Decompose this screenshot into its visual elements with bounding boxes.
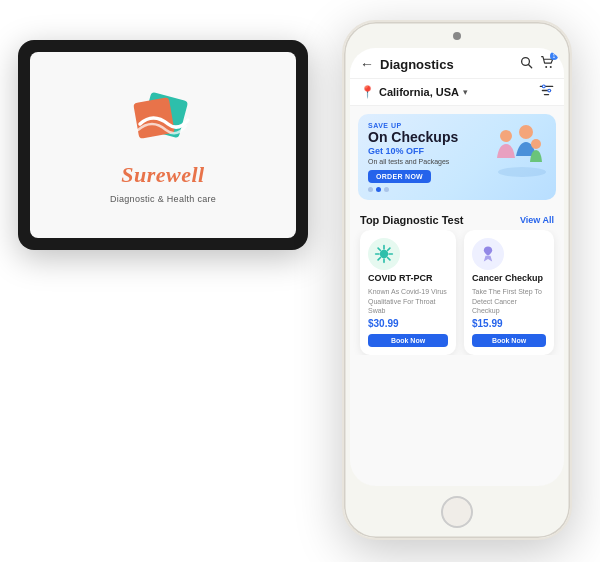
- banner-family-image: [484, 118, 552, 182]
- filter-icon[interactable]: [539, 84, 554, 100]
- dot-2-active: [376, 187, 381, 192]
- svg-point-13: [531, 139, 541, 149]
- svg-line-20: [378, 248, 380, 250]
- location-left: 📍 California, USA ▾: [360, 85, 468, 99]
- svg-point-12: [500, 130, 512, 142]
- svg-point-10: [548, 89, 551, 92]
- svg-point-11: [519, 125, 533, 139]
- tablet-screen: Surewell Diagnostic & Health care: [30, 52, 296, 238]
- svg-point-14: [498, 167, 546, 177]
- test-cards-list: COVID RT-PCR Known As Covid-19 Virus Qua…: [350, 230, 564, 355]
- svg-line-23: [378, 257, 380, 259]
- cancer-test-name: Cancer Checkup: [472, 273, 543, 285]
- section-title: Top Diagnostic Test: [360, 214, 464, 226]
- brand-name: Surewell: [121, 162, 204, 188]
- covid-test-name: COVID RT-PCR: [368, 273, 433, 285]
- cart-badge: 1: [550, 52, 558, 60]
- phone-device: ← Diagnostics: [342, 20, 572, 540]
- dot-1: [368, 187, 373, 192]
- covid-icon: [368, 238, 400, 270]
- back-button[interactable]: ←: [360, 56, 374, 72]
- covid-test-price: $30.99: [368, 318, 399, 329]
- tablet-frame: Surewell Diagnostic & Health care: [18, 40, 308, 250]
- svg-point-4: [545, 66, 547, 68]
- header-left: ← Diagnostics: [360, 56, 454, 72]
- header-right: 1: [520, 56, 554, 72]
- location-pin-icon: 📍: [360, 85, 375, 99]
- test-card-covid: COVID RT-PCR Known As Covid-19 Virus Qua…: [360, 230, 456, 355]
- banner-dots: [368, 187, 546, 192]
- test-card-cancer: Cancer Checkup Take The First Step To De…: [464, 230, 554, 355]
- location-text: California, USA: [379, 86, 459, 98]
- tablet-device: Surewell Diagnostic & Health care: [18, 40, 308, 250]
- svg-line-22: [388, 248, 390, 250]
- page-title: Diagnostics: [380, 57, 454, 72]
- covid-book-button[interactable]: Book Now: [368, 334, 448, 347]
- view-all-link[interactable]: View All: [520, 215, 554, 225]
- logo-icon: [118, 86, 208, 156]
- search-icon[interactable]: [520, 56, 533, 72]
- svg-point-9: [542, 85, 545, 88]
- svg-line-21: [388, 257, 390, 259]
- svg-point-5: [550, 66, 552, 68]
- phone-screen: ← Diagnostics: [350, 48, 564, 486]
- cancer-test-desc: Take The First Step To Detect Cancer Che…: [472, 287, 546, 314]
- location-bar[interactable]: 📍 California, USA ▾: [350, 79, 564, 106]
- covid-test-desc: Known As Covid-19 Virus Qualitative For …: [368, 287, 448, 314]
- phone-home-button[interactable]: [441, 496, 473, 528]
- cancer-icon: [472, 238, 504, 270]
- promo-banner: SAVE UP On Checkups Get 10% OFF On all t…: [358, 114, 556, 200]
- cart-icon[interactable]: 1: [541, 56, 554, 72]
- cancer-test-price: $15.99: [472, 318, 503, 329]
- order-now-button[interactable]: ORDER NOW: [368, 170, 431, 183]
- phone-frame: ← Diagnostics: [342, 20, 572, 540]
- app-header: ← Diagnostics: [350, 48, 564, 79]
- chevron-down-icon: ▾: [463, 87, 468, 97]
- brand-tagline: Diagnostic & Health care: [110, 194, 216, 204]
- dot-3: [384, 187, 389, 192]
- section-header: Top Diagnostic Test View All: [350, 208, 564, 230]
- phone-camera: [453, 32, 461, 40]
- cancer-book-button[interactable]: Book Now: [472, 334, 546, 347]
- svg-line-3: [528, 64, 531, 67]
